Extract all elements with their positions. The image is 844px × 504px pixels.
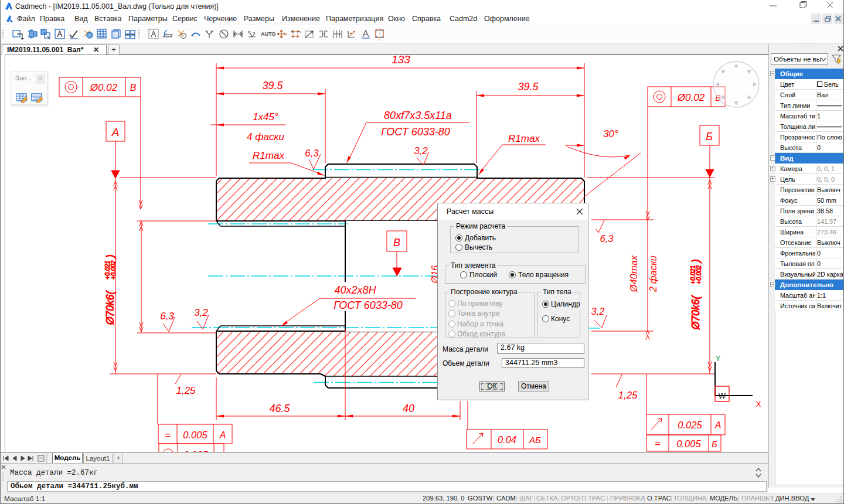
- svg-text:0.005: 0.005: [676, 438, 701, 449]
- svg-text:В: В: [393, 237, 400, 248]
- svg-text:6,3: 6,3: [305, 148, 319, 159]
- svg-text:46.5: 46.5: [269, 403, 290, 414]
- svg-text:Б: Б: [706, 131, 713, 142]
- svg-text:0.04: 0.04: [498, 434, 516, 445]
- svg-text:А: А: [714, 420, 722, 430]
- svg-text:0.005: 0.005: [183, 430, 207, 440]
- svg-text:6,3: 6,3: [160, 311, 174, 322]
- svg-text:А: А: [219, 430, 226, 440]
- svg-text:): ): [690, 259, 702, 264]
- svg-text:R1max: R1max: [508, 133, 540, 144]
- svg-text:39.5: 39.5: [518, 81, 539, 93]
- svg-text:=: =: [165, 430, 171, 441]
- svg-text:39.5: 39.5: [262, 80, 283, 91]
- svg-text:Ø70k6(: Ø70k6(: [690, 294, 702, 330]
- svg-text:40x2x8H: 40x2x8H: [334, 284, 376, 296]
- svg-text:Б: Б: [712, 439, 717, 449]
- svg-text:Ø40max: Ø40max: [628, 255, 639, 292]
- svg-text:133: 133: [392, 55, 410, 66]
- svg-text:+0.002: +0.002: [695, 265, 702, 284]
- svg-text:3,2: 3,2: [591, 306, 605, 316]
- svg-text:30°: 30°: [603, 128, 618, 139]
- svg-text:0.025: 0.025: [678, 420, 702, 430]
- svg-text:АБ: АБ: [529, 435, 541, 445]
- svg-text:Ø0.02: Ø0.02: [90, 82, 118, 93]
- svg-text:AUTO: AUTO: [261, 31, 275, 37]
- svg-text:): ): [104, 254, 116, 259]
- svg-text:+0.002: +0.002: [110, 260, 117, 280]
- svg-text:1x45°: 1x45°: [253, 111, 278, 122]
- svg-text:0.005: 0.005: [183, 449, 208, 452]
- svg-text:=: =: [655, 438, 660, 448]
- svg-text:R1max: R1max: [253, 150, 284, 161]
- svg-text:W: W: [719, 391, 726, 400]
- svg-text:В: В: [130, 83, 137, 93]
- svg-text:3,2: 3,2: [194, 307, 208, 318]
- svg-text:4 фаски: 4 фаски: [247, 131, 284, 142]
- svg-text:ГОСТ 6033-80: ГОСТ 6033-80: [333, 299, 403, 311]
- svg-text:Ø70k6(: Ø70k6(: [104, 290, 116, 325]
- svg-text:6,3: 6,3: [600, 233, 614, 244]
- svg-text:2 фаски: 2 фаски: [648, 256, 658, 292]
- svg-text:1,25: 1,25: [618, 390, 638, 401]
- svg-text:Ø0.02: Ø0.02: [677, 92, 705, 103]
- svg-text:40: 40: [403, 403, 414, 414]
- svg-text:А: А: [111, 126, 120, 138]
- svg-text:1,25: 1,25: [176, 385, 196, 396]
- svg-text:X: X: [756, 400, 761, 408]
- svg-text:3,2: 3,2: [414, 145, 428, 156]
- svg-text:ГОСТ 6033-80: ГОСТ 6033-80: [381, 126, 450, 138]
- svg-text:Y: Y: [716, 354, 721, 363]
- svg-text:80xf7x3.5x11a: 80xf7x3.5x11a: [384, 110, 452, 121]
